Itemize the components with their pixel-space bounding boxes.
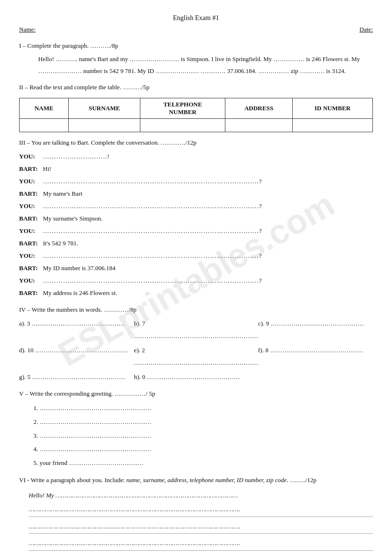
bart-text-2: My name's Bart <box>43 188 83 200</box>
conv-line-6: BART: My surname's Simpson. <box>19 212 373 225</box>
speaker-bart-4: BART: <box>19 237 43 250</box>
bart-text-3: My surname's Simpson. <box>43 212 103 225</box>
you-dots-1: ………………………..! <box>43 150 110 163</box>
bart-text-6: My address is 246 Flowers st. <box>43 287 117 299</box>
col-idnumber: ID NUMBER <box>293 98 373 119</box>
conv-line-8: BART: It's 542 9 781. <box>19 237 373 250</box>
you-dots-2: …………………………………………………………………………………….? <box>43 175 262 188</box>
you-dots-4: …………………………………………………………………………………….? <box>43 225 262 237</box>
vi-line-3: ……………………………………………………………………………………………………. <box>29 520 373 534</box>
speaker-you-4: YOU: <box>19 225 43 237</box>
col-name: NAME <box>20 98 69 119</box>
you-dots-5: …………………………………………………………………………………….? <box>43 250 262 262</box>
section3-title: III – You are talking to Bart. Complete … <box>19 139 373 147</box>
conv-line-11: YOU: …………………………………………………………………………………….? <box>19 274 373 287</box>
speaker-you-1: YOU: <box>19 150 43 163</box>
vi-line-4: ……………………………………………………………………………………………………. <box>29 537 373 551</box>
greeting-5: 5. your friend ……………………………… <box>33 456 373 470</box>
section4-numbers: a). 3 ……………………………………… b). 7 ………………………………… <box>19 317 373 383</box>
you-dots-3: …………………………………………………………………………………….? <box>43 200 262 212</box>
bart-text-1: Hi! <box>43 163 51 175</box>
num-g: g). 5 ……………………………………… <box>19 371 134 383</box>
speaker-bart-2: BART: <box>19 188 43 200</box>
date-label: Date: <box>360 26 373 33</box>
section6-italic: name, surname, address, telephone number… <box>127 476 288 484</box>
conv-line-9: YOU: …………………………………………………………………………………….? <box>19 250 373 262</box>
num-e: e). 2 …………………………………………………… <box>134 344 258 369</box>
speaker-bart-5: BART: <box>19 262 43 274</box>
num-a: a). 3 ……………………………………… <box>19 317 134 342</box>
section6-lines: Hello! My ………………………………………………………………………………… <box>29 489 373 550</box>
num-b: b). 7 …………………………………………………… <box>134 317 258 342</box>
greeting-3: 3. ……………………………………………… <box>33 429 373 443</box>
bart-text-5: My ID number is 37.006.184 <box>43 262 116 274</box>
name-label: Name: <box>19 26 36 33</box>
greeting-2: 2. ……………………………………………… <box>33 415 373 429</box>
col-address: ADDRESS <box>225 98 293 119</box>
section6-title: VI - Write a paragraph about you. Includ… <box>19 476 373 484</box>
speaker-you-3: YOU: <box>19 200 43 212</box>
greeting-1: 1. ……………………………………………… <box>33 401 373 415</box>
speaker-you-5: YOU: <box>19 250 43 262</box>
section1-text: Hello! ……….. name's Bart and my ……………………… <box>38 53 373 77</box>
table-row <box>20 119 373 132</box>
cell-name <box>20 119 69 132</box>
cell-address <box>225 119 293 132</box>
num-c: c). 9 ……………………………………… <box>258 317 373 342</box>
speaker-bart-6: BART: <box>19 287 43 299</box>
cell-idnumber <box>293 119 373 132</box>
conv-line-2: BART: Hi! <box>19 163 373 175</box>
section5-title: V – Write the corresponding greeting. ……… <box>19 390 373 398</box>
speaker-bart-1: BART: <box>19 163 43 175</box>
speaker-you-6: YOU: <box>19 274 43 287</box>
section2-table: NAME SURNAME TELEPHONENUMBER ADDRESS ID … <box>19 98 373 132</box>
conv-line-1: YOU: ………………………..! <box>19 150 373 163</box>
col-surname: SURNAME <box>68 98 140 119</box>
conv-line-5: YOU: …………………………………………………………………………………….? <box>19 200 373 212</box>
section2-table-container: NAME SURNAME TELEPHONENUMBER ADDRESS ID … <box>19 98 373 132</box>
num-d: d). 10 ……………………………………… <box>19 344 134 369</box>
numbers-grid: a). 3 ……………………………………… b). 7 ………………………………… <box>19 317 373 383</box>
section6: VI - Write a paragraph about you. Includ… <box>19 476 373 550</box>
section5-list: 1. ……………………………………………… 2. ………………………………………… <box>33 401 373 470</box>
conv-line-3: YOU: …………………………………………………………………………………….? <box>19 175 373 188</box>
speaker-bart-3: BART: <box>19 212 43 225</box>
col-telephone: TELEPHONENUMBER <box>140 98 225 119</box>
num-h: h). 0 ……………………………………… <box>134 371 258 383</box>
bart-text-4: It's 542 9 781. <box>43 237 78 250</box>
cell-surname <box>68 119 140 132</box>
cell-telephone <box>140 119 225 132</box>
section4-title: IV – Write the numbers in words. …………/8p <box>19 306 373 314</box>
vi-line-first: Hello! My ………………………………………………………………………………… <box>29 489 373 503</box>
speaker-you-2: YOU: <box>19 175 43 188</box>
conv-line-7: YOU: …………………………………………………………………………………….? <box>19 225 373 237</box>
header-row: Name: Date: <box>19 26 373 33</box>
vi-line-2: ……………………………………………………………………………………………………. <box>29 503 373 517</box>
num-empty <box>258 371 373 383</box>
section2-title: II – Read the text and complete the tabl… <box>19 84 373 91</box>
section3-conversation: YOU: ………………………..! BART: Hi! YOU: …………………… <box>19 150 373 299</box>
you-dots-6: …………………………………………………………………………………….? <box>43 274 262 287</box>
section1-title: I – Complete the paragraph. ………./8p <box>19 42 373 50</box>
table-header-row: NAME SURNAME TELEPHONENUMBER ADDRESS ID … <box>20 98 373 119</box>
conv-line-10: BART: My ID number is 37.006.184 <box>19 262 373 274</box>
conv-line-12: BART: My address is 246 Flowers st. <box>19 287 373 299</box>
num-f: f). 8 ……………………………………… <box>258 344 373 369</box>
page-title: English Exam #1 <box>19 14 373 22</box>
conv-line-4: BART: My name's Bart <box>19 188 373 200</box>
greeting-4: 4. ……………………………………………… <box>33 442 373 456</box>
